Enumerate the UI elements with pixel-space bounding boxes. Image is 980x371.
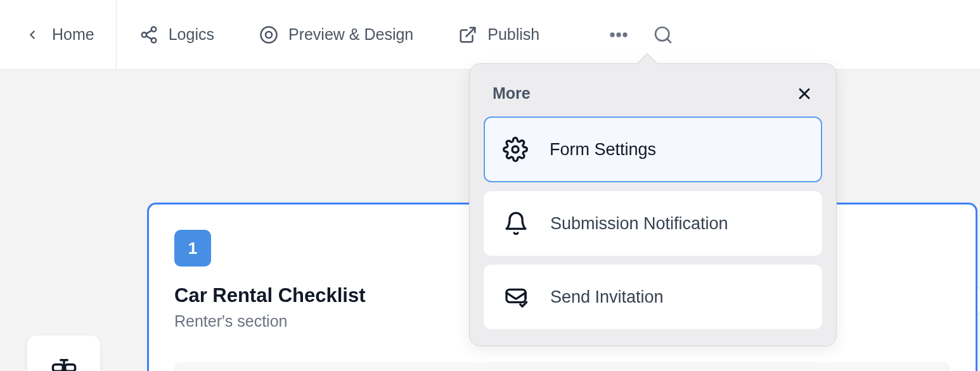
section-number: 1 xyxy=(188,239,197,258)
text-input-icon[interactable] xyxy=(51,355,77,371)
svg-point-23 xyxy=(512,146,519,153)
svg-point-5 xyxy=(261,27,276,42)
nav-item-label: Preview & Design xyxy=(288,25,413,44)
svg-line-7 xyxy=(467,27,475,36)
popover-item-form-settings[interactable]: Form Settings xyxy=(484,116,822,182)
svg-line-4 xyxy=(146,30,152,34)
popover-header: More xyxy=(484,79,822,115)
nav-logics[interactable]: Logics xyxy=(117,0,236,69)
popover-item-label: Submission Notification xyxy=(550,214,728,234)
external-link-icon xyxy=(457,24,479,46)
section-number-badge: 1 xyxy=(174,230,211,267)
more-icon[interactable] xyxy=(606,22,631,47)
close-icon[interactable] xyxy=(796,85,813,103)
nav-item-label: Publish xyxy=(487,25,539,44)
bell-icon xyxy=(503,211,529,236)
share-icon xyxy=(138,24,160,46)
field-card[interactable]: Full Name xyxy=(174,362,950,371)
popover-title: More xyxy=(493,84,531,103)
svg-point-10 xyxy=(623,32,628,37)
left-toolbar xyxy=(27,336,100,371)
popover-item-label: Form Settings xyxy=(550,140,656,160)
envelope-edit-icon xyxy=(503,284,529,310)
svg-point-8 xyxy=(610,32,615,37)
svg-rect-14 xyxy=(65,365,75,371)
chevron-left-icon xyxy=(22,24,43,46)
nav-preview-design[interactable]: Preview & Design xyxy=(236,0,435,69)
svg-point-6 xyxy=(266,32,272,38)
popover-item-label: Send Invitation xyxy=(550,287,664,307)
nav-item-label: Logics xyxy=(169,25,214,44)
nav-right xyxy=(606,22,676,47)
svg-point-9 xyxy=(617,32,621,37)
svg-rect-13 xyxy=(53,365,63,371)
top-nav: Home Logics Preview & Design Publish xyxy=(0,0,980,70)
svg-line-12 xyxy=(667,39,671,42)
search-icon[interactable] xyxy=(650,22,676,47)
nav-home[interactable]: Home xyxy=(0,0,117,69)
more-popover: More Form Settings Submission Notificati… xyxy=(469,63,837,346)
popover-item-submission-notification[interactable]: Submission Notification xyxy=(484,191,822,256)
gear-icon xyxy=(503,137,528,162)
popover-item-send-invitation[interactable]: Send Invitation xyxy=(484,265,822,329)
svg-line-3 xyxy=(146,35,152,39)
target-icon xyxy=(258,24,280,46)
nav-home-label: Home xyxy=(52,25,94,44)
nav-publish[interactable]: Publish xyxy=(435,0,562,69)
